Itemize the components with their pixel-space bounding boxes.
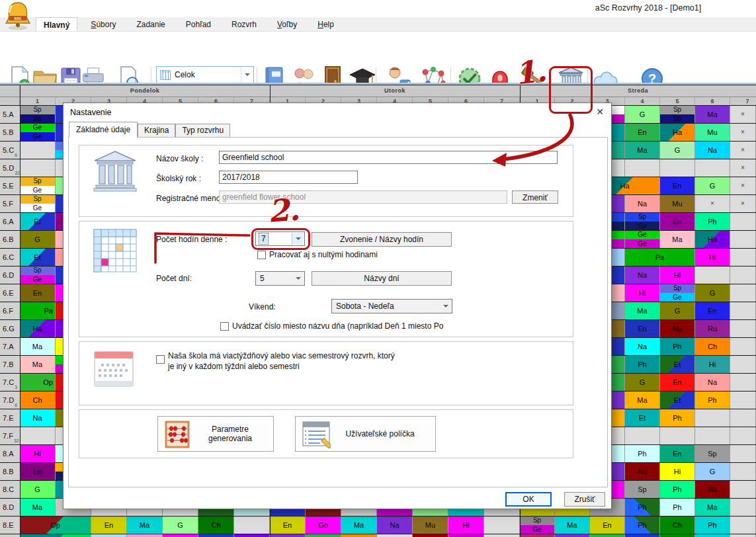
lesson-cell-8.A-18[interactable]: Ph: [625, 444, 660, 462]
lesson-cell-7.F-21[interactable]: [730, 427, 756, 444]
lesson-cell-5.A-1[interactable]: SpSp: [20, 105, 56, 123]
lesson-cell-5.B-18[interactable]: En: [625, 123, 660, 141]
lesson-cell-7.D-18[interactable]: Ma: [625, 391, 660, 409]
lesson-cell-6.C-20[interactable]: Hi: [695, 248, 730, 266]
lesson-cell-7.C-19[interactable]: En: [660, 373, 695, 391]
lesson-cell-8.A-20[interactable]: Sp: [695, 444, 730, 462]
lesson-cell-8.D-1[interactable]: Ma: [20, 498, 56, 516]
lesson-cell-7.D-21[interactable]: [730, 391, 756, 409]
lesson-cell-5.F-18[interactable]: Na: [625, 194, 660, 212]
menu-tab-help[interactable]: Help: [310, 17, 341, 31]
lesson-cell-5.B-19[interactable]: Ha: [660, 123, 695, 141]
lesson-cell-8.B-21[interactable]: [730, 462, 756, 480]
lesson-cell-8.B-19[interactable]: Hi: [660, 462, 695, 480]
lesson-cell-8.A-1[interactable]: Hi: [20, 444, 56, 462]
lesson-cell-8.E-11[interactable]: Na: [377, 516, 413, 534]
chevron-down-icon[interactable]: [241, 67, 253, 83]
lesson-cell-8.A-19[interactable]: En: [660, 444, 695, 462]
lesson-cell-8.E-17[interactable]: En: [590, 516, 625, 534]
menu-tab-voby[interactable]: Voľby: [270, 17, 304, 31]
lesson-cell-7.F-19[interactable]: [660, 427, 695, 444]
lesson-cell-6.A-20[interactable]: Ph: [695, 212, 730, 230]
lesson-cell-6.E-20[interactable]: G: [695, 284, 730, 302]
lesson-cell-6.F-21[interactable]: [730, 302, 756, 319]
dialog-tab-krajina[interactable]: Krajina: [138, 124, 175, 138]
lesson-cell-6.B-21[interactable]: [730, 230, 756, 248]
lesson-cell-8.E-7[interactable]: [234, 516, 270, 534]
lesson-cell-8.D-19[interactable]: Ph: [660, 498, 695, 516]
lesson-cell-6.D-21[interactable]: [730, 266, 756, 284]
lesson-cell-6.A-18[interactable]: SpSp: [625, 212, 660, 230]
lesson-cell-6.D-19[interactable]: Hi: [660, 266, 695, 284]
lesson-cell-6.D-20[interactable]: [695, 266, 730, 284]
lesson-cell-5.F-21[interactable]: ×: [730, 194, 756, 212]
lesson-cell-7.F-20[interactable]: [695, 427, 730, 444]
lesson-cell-6.B-1[interactable]: G: [20, 230, 56, 248]
lesson-cell-5.C-19[interactable]: G: [660, 141, 695, 159]
lesson-cell-8.E-8[interactable]: En: [270, 516, 306, 534]
school-name-input[interactable]: [219, 151, 558, 164]
dialog-tab-typrozvrhu[interactable]: Typ rozvrhu: [175, 124, 230, 138]
lesson-cell-6.F-20[interactable]: En: [695, 302, 730, 319]
lesson-cell-5.E-21[interactable]: ×: [730, 177, 756, 194]
lesson-cell-6.E-19[interactable]: SpGe: [660, 284, 695, 302]
lesson-cell-7.B-1[interactable]: Ma: [20, 355, 56, 373]
generation-parameters-button[interactable]: Parametre generovania: [157, 416, 274, 452]
lesson-cell-8.C-1[interactable]: G: [20, 480, 56, 498]
lesson-cell-8.E-19[interactable]: Ch: [660, 516, 695, 534]
lesson-cell-6.B-19[interactable]: Ma: [660, 230, 695, 248]
lesson-cell-5.E-19[interactable]: En: [660, 177, 695, 194]
lesson-cell-7.C-21[interactable]: [730, 373, 756, 391]
lesson-cell-6.A-1[interactable]: Et: [20, 212, 56, 230]
lesson-cell-8.E-6[interactable]: Ch: [198, 516, 234, 534]
lesson-cell-7.D-1[interactable]: Ch: [20, 391, 56, 409]
lesson-cell-7.C-18[interactable]: G: [625, 373, 660, 391]
lesson-cell-5.B-20[interactable]: Mu: [695, 123, 730, 141]
lesson-cell-8.E-1[interactable]: Op: [20, 516, 91, 534]
lesson-cell-7.E-1[interactable]: Na: [20, 409, 56, 427]
lesson-cell-7.A-1[interactable]: Ma: [20, 337, 56, 355]
lesson-cell-5.A-18[interactable]: G: [625, 105, 660, 123]
menu-tab-hlavn[interactable]: Hlavný: [36, 17, 77, 31]
lesson-cell-7.A-19[interactable]: Ph: [660, 337, 695, 355]
lesson-cell-6.G-19[interactable]: Na: [660, 319, 695, 337]
lesson-cell-5.E-20[interactable]: G: [695, 177, 730, 194]
days-count-select[interactable]: 5: [255, 271, 305, 286]
lesson-cell-8.C-19[interactable]: Ph: [660, 480, 695, 498]
lesson-cell-6.D-18[interactable]: Na: [625, 266, 660, 284]
menu-tab-rozvrh[interactable]: Rozvrh: [224, 17, 264, 31]
lesson-cell-5.F-19[interactable]: Mu: [660, 194, 695, 212]
lesson-cell-5.D-1[interactable]: [20, 159, 56, 177]
lesson-cell-8.B-18[interactable]: Na: [625, 462, 660, 480]
lesson-cell-8.E-12[interactable]: Mu: [413, 516, 448, 534]
lesson-cell-7.F-1[interactable]: [20, 427, 56, 444]
multiweek-checkbox[interactable]: [156, 355, 165, 364]
lesson-cell-8.D-21[interactable]: [730, 498, 756, 516]
lesson-cell-5.D-20[interactable]: [695, 159, 730, 177]
close-icon[interactable]: ✕: [596, 106, 604, 117]
weekend-select[interactable]: Sobota - Nedeľa: [331, 299, 452, 313]
menu-tab-pohad[interactable]: Pohľad: [179, 17, 218, 31]
lesson-cell-7.B-21[interactable]: [730, 355, 756, 373]
dialog-tab-základnéúdaje[interactable]: Základné údaje: [69, 122, 138, 138]
lesson-cell-8.B-1[interactable]: En: [20, 462, 56, 480]
lesson-cell-5.A-20[interactable]: Ma: [695, 105, 730, 123]
periods-per-day-select[interactable]: 7 2.: [255, 231, 305, 246]
lesson-cell-7.C-20[interactable]: Na: [695, 373, 730, 391]
lesson-cell-6.C-1[interactable]: Et: [20, 248, 56, 266]
school-year-input[interactable]: [219, 171, 358, 184]
ok-button[interactable]: OK: [505, 492, 552, 507]
lesson-cell-7.A-18[interactable]: Na: [625, 337, 660, 355]
lesson-cell-5.C-1[interactable]: [20, 141, 56, 159]
lesson-cell-8.E-3[interactable]: En: [91, 516, 127, 534]
user-fields-button[interactable]: Užívateľské políčka: [295, 416, 436, 452]
lesson-cell-5.C-20[interactable]: Na: [695, 141, 730, 159]
lesson-cell-8.C-18[interactable]: Sp: [625, 480, 660, 498]
lesson-cell-5.A-21[interactable]: ×: [730, 105, 756, 123]
lesson-cell-5.E-1[interactable]: SpGe: [20, 177, 56, 194]
lesson-cell-8.E-14[interactable]: [484, 516, 520, 534]
lesson-cell-8.E-18[interactable]: Ph: [625, 516, 660, 534]
lesson-cell-7.E-21[interactable]: [730, 409, 756, 427]
lesson-cell-8.D-20[interactable]: Ma: [695, 498, 730, 516]
lesson-cell-8.D-18[interactable]: Ph: [625, 498, 660, 516]
